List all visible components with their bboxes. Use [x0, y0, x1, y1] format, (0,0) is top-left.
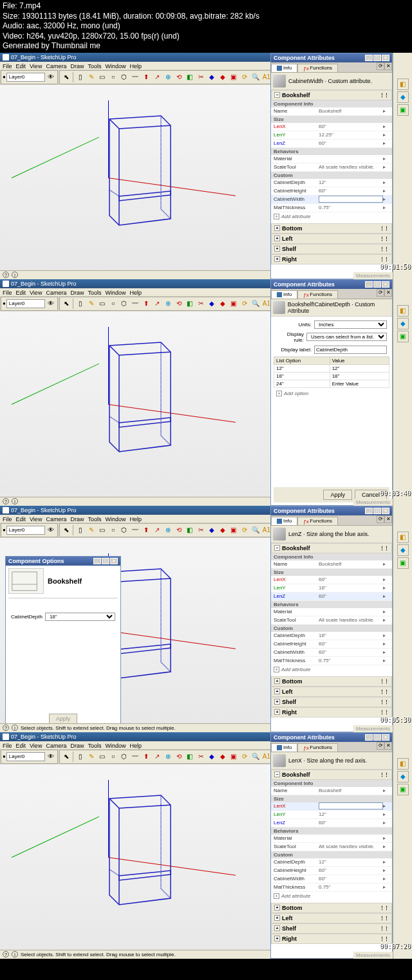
tool-btn-9[interactable]: ⟲ — [174, 752, 184, 762]
opt-cell[interactable]: 12" — [274, 364, 330, 372]
tool-btn-1[interactable]: ✎ — [86, 72, 97, 82]
tool-btn-6[interactable]: ⬆ — [141, 72, 151, 82]
tool-btn-16[interactable]: 🔍 — [250, 525, 261, 535]
tool-btn-9[interactable]: ⟲ — [174, 299, 184, 309]
menu-tools[interactable]: Tools — [88, 743, 101, 748]
strip-btn-2[interactable]: ◆ — [397, 771, 409, 782]
attr-row[interactable]: CabinetDepth 12" ▸ — [271, 858, 392, 867]
help-icon[interactable]: ? — [3, 272, 9, 278]
attr-row[interactable]: CabinetDepth 12" ▸ — [271, 179, 392, 187]
tool-btn-4[interactable]: ⬡ — [119, 752, 129, 762]
close-icon[interactable]: × — [382, 508, 389, 514]
attr-row[interactable]: Name Bookshelf ▸ — [271, 107, 392, 116]
toggle-icon[interactable]: ⋮⋮ — [380, 926, 389, 931]
expand-icon[interactable]: + — [274, 936, 280, 941]
menu-tools[interactable]: Tools — [88, 63, 101, 68]
section-bottom[interactable]: + Bottom ⋮⋮ — [271, 903, 392, 913]
attr-row[interactable]: LenX ▸ — [271, 802, 392, 811]
attr-row[interactable]: MatThickness 0.75" ▸ — [271, 657, 392, 665]
toggle-icon[interactable]: ⋮⋮ — [380, 546, 389, 551]
attr-row[interactable]: CabinetHeight 60" ▸ — [271, 867, 392, 875]
opt-cell[interactable]: 18" — [274, 372, 330, 380]
settings-icon[interactable]: ✕ — [384, 742, 392, 750]
tool-btn-1[interactable]: ✎ — [86, 299, 97, 309]
add-attribute[interactable]: +Add attribute — [271, 212, 392, 221]
tool-btn-17[interactable]: A1 — [261, 72, 270, 82]
tool-btn-4[interactable]: ⬡ — [119, 525, 129, 535]
menu-icon[interactable]: ▸ — [383, 156, 389, 162]
val-cell[interactable]: 12" — [330, 364, 389, 372]
strip-btn-3[interactable]: ▣ — [397, 331, 409, 342]
menu-window[interactable]: Window — [105, 516, 126, 521]
settings-icon[interactable]: ✕ — [384, 62, 392, 70]
section-shelf[interactable]: + Shelf ⋮⋮ — [271, 923, 392, 934]
tool-btn-2[interactable]: ▭ — [97, 299, 108, 309]
menu-camera[interactable]: Camera — [46, 290, 66, 295]
menu-window[interactable]: Window — [105, 63, 126, 68]
attr-row[interactable]: LenZ 60" ▸ — [271, 819, 392, 827]
add-attribute[interactable]: +Add attribute — [271, 892, 392, 900]
section-left[interactable]: + Left ⋮⋮ — [271, 234, 392, 244]
collapse-icon[interactable]: − — [274, 545, 280, 551]
refresh-icon[interactable]: ⟳ — [377, 289, 384, 297]
apply-button[interactable]: Apply — [49, 714, 78, 723]
tool-btn-0[interactable]: ▯ — [75, 72, 86, 82]
expand-icon[interactable]: + — [274, 256, 280, 262]
tool-btn-15[interactable]: ⟳ — [239, 299, 250, 309]
tool-btn-3[interactable]: ○ — [108, 72, 118, 82]
layer-visible-icon[interactable]: 👁 — [46, 525, 56, 535]
expand-icon[interactable]: + — [274, 709, 280, 715]
dlabel-input[interactable] — [314, 346, 387, 354]
tab-info[interactable]: Info — [271, 64, 297, 72]
section-shelf[interactable]: + Shelf ⋮⋮ — [271, 697, 392, 707]
section-right[interactable]: + Right ⋮⋮ — [271, 254, 392, 264]
menu-draw[interactable]: Draw — [70, 516, 84, 521]
section-bookshelf[interactable]: − Bookshelf ⋮⋮ — [271, 770, 392, 780]
minimize-icon[interactable]: _ — [365, 281, 373, 288]
tool-btn-1[interactable]: ✎ — [86, 525, 97, 535]
maximize-icon[interactable]: □ — [373, 508, 381, 514]
menu-view[interactable]: View — [30, 743, 42, 748]
attr-row[interactable]: CabinetWidth 60" ▸ — [271, 649, 392, 657]
close-icon[interactable]: × — [382, 734, 389, 741]
expand-icon[interactable]: + — [274, 236, 280, 241]
section-bookshelf[interactable]: − Bookshelf ⋮⋮ — [271, 543, 392, 553]
section-bookshelf[interactable]: − Bookshelf ⋮⋮ — [271, 90, 392, 100]
maximize-icon[interactable]: □ — [102, 558, 109, 564]
section-right[interactable]: + Right ⋮⋮ — [271, 707, 392, 717]
tab-functions[interactable]: ƒxFunctions — [297, 743, 338, 752]
attr-row[interactable]: ScaleTool All scale handles visible. ▸ — [271, 843, 392, 851]
info-icon[interactable]: i — [12, 951, 18, 957]
menu-icon[interactable]: ▸ — [383, 205, 389, 210]
strip-btn-2[interactable]: ◆ — [397, 91, 409, 103]
tool-btn-11[interactable]: ✂ — [196, 525, 206, 535]
menu-tools[interactable]: Tools — [88, 290, 101, 295]
toggle-icon[interactable]: ⋮⋮ — [380, 257, 389, 262]
attr-row[interactable]: LenY 12" ▸ — [271, 811, 392, 819]
tool-btn-8[interactable]: ⊕ — [163, 299, 173, 309]
menu-icon[interactable]: ▸ — [383, 876, 389, 882]
menu-camera[interactable]: Camera — [46, 516, 66, 521]
attr-value[interactable] — [319, 802, 383, 809]
tool-btn-0[interactable]: ▯ — [75, 299, 86, 309]
info-icon[interactable]: i — [12, 725, 18, 731]
tool-btn-11[interactable]: ✂ — [196, 72, 206, 82]
menu-icon[interactable]: ▸ — [383, 633, 389, 638]
maximize-icon[interactable]: □ — [373, 55, 381, 61]
tool-btn-13[interactable]: ◆ — [218, 299, 228, 309]
help-icon[interactable]: ? — [3, 951, 9, 957]
menu-file[interactable]: File — [3, 743, 12, 748]
strip-btn-1[interactable]: ◧ — [397, 305, 409, 317]
attr-row[interactable]: LenY 12.25" ▸ — [271, 131, 392, 140]
close-icon[interactable]: × — [110, 558, 118, 564]
attr-row[interactable]: ScaleTool All scale handles visible. ▸ — [271, 616, 392, 625]
attr-row[interactable]: CabinetHeight 60" ▸ — [271, 640, 392, 649]
menu-icon[interactable]: ▸ — [383, 884, 389, 890]
tool-btn-1[interactable]: ✎ — [86, 752, 97, 762]
attr-row[interactable]: CabinetWidth 60" ▸ — [271, 875, 392, 883]
strip-btn-3[interactable]: ▣ — [397, 557, 409, 569]
toggle-icon[interactable]: ⋮⋮ — [380, 93, 389, 98]
tool-btn-8[interactable]: ⊕ — [163, 525, 173, 535]
apply-button[interactable]: Apply — [323, 490, 352, 500]
tool-btn-5[interactable]: 〰 — [130, 752, 140, 762]
